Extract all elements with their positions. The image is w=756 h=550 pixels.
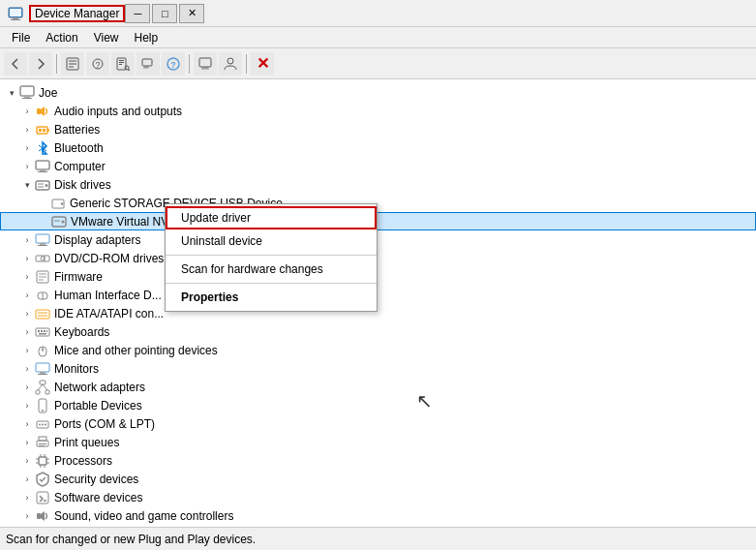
device-manager-icon-button[interactable] [136, 52, 160, 76]
svg-rect-30 [47, 129, 49, 132]
menu-help[interactable]: Help [127, 29, 166, 46]
tree-firmware[interactable]: › Firmware [0, 267, 756, 286]
display-icon [35, 232, 50, 248]
scan-button[interactable] [111, 52, 135, 76]
gstorage-arrow [43, 196, 50, 211]
tree-sound[interactable]: › Sound, video and game controllers [0, 506, 756, 525]
svg-rect-3 [10, 9, 21, 16]
close-button[interactable]: ✕ [179, 4, 204, 23]
svg-text:?: ? [170, 60, 176, 70]
tree-monitors[interactable]: › Monitors [0, 359, 756, 378]
tree-ports[interactable]: › Ports (COM & LPT) [0, 414, 756, 433]
tree-network[interactable]: › Network adapters [0, 378, 756, 396]
root-arrow: ▾ [4, 85, 19, 101]
tree-printqueues[interactable]: › Print queues [0, 433, 756, 451]
portable-icon [35, 398, 50, 413]
update-driver-button[interactable]: ? [86, 52, 109, 76]
svg-rect-25 [20, 86, 34, 96]
computer-arrow: › [19, 159, 35, 174]
svg-rect-26 [24, 96, 30, 98]
svg-rect-2 [11, 19, 20, 20]
tree-display[interactable]: › Display adapters [0, 230, 756, 249]
gstorage-icon [50, 196, 66, 211]
tree-software[interactable]: › Software devices [0, 488, 756, 506]
main-content: ▾ Joe › Audio inputs and outputs [0, 79, 756, 527]
title-bar: Device Manager ─ □ ✕ [0, 0, 756, 27]
software-icon [35, 490, 50, 505]
printqueues-label: Print queues [54, 436, 119, 449]
tree-dvd[interactable]: › DVD/CD-ROM drives [0, 249, 756, 267]
svg-point-41 [61, 202, 63, 204]
svg-rect-16 [142, 59, 152, 66]
tree-keyboards[interactable]: › Keyboards [0, 322, 756, 341]
tree-security[interactable]: › Security devices [0, 470, 756, 488]
help-button[interactable]: ? [162, 52, 185, 76]
printqueues-arrow: › [19, 435, 35, 450]
computer-icon-button[interactable] [194, 52, 217, 76]
portable-arrow: › [19, 398, 35, 413]
svg-line-15 [129, 69, 131, 71]
tree-hid[interactable]: › Human Interface D... [0, 286, 756, 304]
svg-rect-61 [38, 330, 40, 332]
toolbar-separator-2 [189, 54, 190, 74]
ctx-update-driver[interactable]: Update driver [166, 206, 377, 229]
svg-rect-86 [39, 445, 45, 446]
svg-rect-65 [39, 333, 46, 335]
ctx-scan-hardware[interactable]: Scan for hardware changes [166, 258, 377, 281]
menu-file[interactable]: File [4, 29, 38, 46]
menu-bar: File Action View Help [0, 27, 756, 48]
forward-button[interactable] [29, 52, 52, 76]
menu-view[interactable]: View [86, 29, 127, 46]
tree-mice[interactable]: › Mice and other pointing devices [0, 341, 756, 359]
tree-diskdrives[interactable]: ▾ Disk drives [0, 175, 756, 194]
minimize-button[interactable]: ─ [125, 4, 150, 23]
uninstall-button[interactable]: ✕ [251, 52, 274, 76]
ctx-properties[interactable]: Properties [166, 286, 377, 309]
ctx-uninstall-device[interactable]: Uninstall device [166, 229, 377, 253]
audio-label: Audio inputs and outputs [54, 105, 182, 118]
tree-bluetooth[interactable]: › Bluetooth [0, 138, 756, 157]
sound-arrow: › [19, 508, 35, 524]
tree-computer[interactable]: › Computer [0, 157, 756, 175]
batteries-arrow: › [19, 122, 35, 138]
svg-rect-31 [39, 129, 42, 132]
bluetooth-icon [35, 140, 50, 156]
status-bar: Scan for changed or new Plug and Play de… [0, 527, 756, 550]
svg-rect-21 [199, 58, 211, 67]
tree-audio[interactable]: › Audio inputs and outputs [0, 102, 756, 120]
ctx-scan-label: Scan for hardware changes [181, 262, 323, 276]
monitors-arrow: › [19, 361, 35, 377]
dvd-arrow: › [19, 251, 35, 266]
tree-root-joe[interactable]: ▾ Joe [0, 83, 756, 102]
tree-batteries[interactable]: › Batteries [0, 120, 756, 138]
tree-generic-storage[interactable]: Generic STORAGE DEVICE USB Device [0, 194, 756, 212]
monitors-label: Monitors [54, 362, 99, 376]
properties-button[interactable] [61, 52, 84, 76]
user-icon-button[interactable] [219, 52, 242, 76]
toolbar: ? ? [0, 48, 756, 79]
tree-portable[interactable]: › Portable Devices [0, 396, 756, 414]
tree-ide[interactable]: › IDE ATA/ATAPI con... [0, 304, 756, 322]
audio-icon [35, 104, 50, 119]
security-icon [35, 472, 50, 487]
firmware-label: Firmware [54, 270, 103, 284]
keyboards-icon [35, 324, 50, 340]
tree-vmware-disk[interactable]: VMware Virtual NVMe Disk [0, 212, 756, 230]
back-button[interactable] [4, 52, 27, 76]
svg-point-82 [45, 423, 46, 425]
tree-processors[interactable]: › Processors [0, 451, 756, 470]
svg-rect-62 [41, 330, 43, 332]
ide-label: IDE ATA/ATAPI con... [54, 307, 164, 321]
mice-label: Mice and other pointing devices [54, 344, 218, 357]
svg-rect-74 [45, 390, 49, 394]
tree-storage[interactable]: › Storage controllers [0, 525, 756, 527]
ports-arrow: › [19, 416, 35, 432]
maximize-button[interactable]: □ [152, 4, 177, 23]
audio-arrow: › [19, 104, 35, 119]
svg-rect-1 [13, 17, 18, 19]
menu-action[interactable]: Action [38, 29, 85, 46]
diskdrives-label: Disk drives [54, 178, 111, 192]
svg-rect-52 [39, 273, 46, 275]
app-icon [8, 6, 23, 21]
ide-arrow: › [19, 306, 35, 321]
